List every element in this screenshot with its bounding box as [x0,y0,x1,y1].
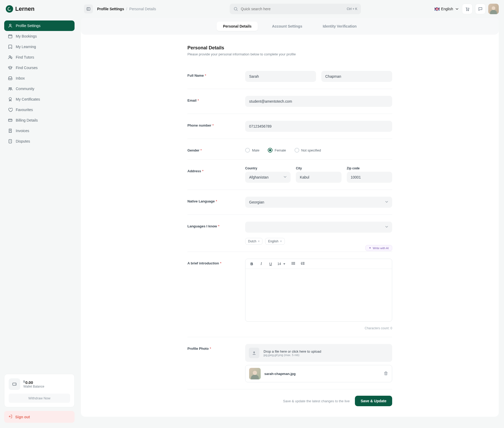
save-hint: Save & update the latest changes to the … [283,399,350,403]
book-icon [8,44,13,49]
sidebar-item-find-tutors[interactable]: Find Tutors [4,52,75,62]
last-name-input[interactable] [321,71,392,82]
chevron-down-icon [455,7,459,11]
remove-tag-icon[interactable]: × [258,239,260,243]
gender-radio-female[interactable]: Female [268,148,286,153]
withdraw-button[interactable]: Withdraw Now [9,394,70,403]
wallet-amount: $0.00 [23,380,44,385]
phone-input[interactable] [245,121,392,132]
sidebar-item-label: Disputes [16,139,30,143]
messages-button[interactable] [475,4,486,14]
svg-point-3 [9,88,10,89]
svg-point-0 [9,24,11,26]
wallet-label: Wallet Balance [23,385,44,388]
cart-icon [465,7,470,11]
ordered-list-button[interactable] [300,261,306,267]
photo-upload-dropzone[interactable]: Drop a file here or click here to upload… [245,344,392,362]
sidebar-item-inbox[interactable]: Inbox [4,73,75,83]
write-with-ai-button[interactable]: ✦ Write with AI [365,245,392,251]
delete-file-button[interactable] [384,371,388,377]
underline-button[interactable]: U [268,262,273,266]
svg-point-13 [292,262,292,263]
character-count: Characters count: 0 [245,326,392,330]
signout-icon [8,414,13,420]
svg-point-11 [466,10,467,11]
sidebar-item-find-courses[interactable]: Find Courses [4,62,75,73]
upload-hint: jpg,jpeg,gif,png (max. 5 mb) [264,353,321,357]
brand-logo[interactable]: Lernen [4,5,75,13]
uploaded-file-item: sarah-chapman.jpg [245,365,392,382]
sidebar-item-my-certificates[interactable]: My Certificates [4,94,75,105]
sidebar-item-favourites[interactable]: Favourites [4,105,75,115]
alert-icon [8,139,13,144]
signout-button[interactable]: Sign out [4,411,75,423]
sidebar-item-community[interactable]: Community [4,83,75,94]
sidebar-item-disputes[interactable]: Disputes [4,136,75,147]
tab-account-settings[interactable]: Account Settings [266,22,308,31]
wallet-box: $0.00 Wallet Balance Withdraw Now [4,374,75,407]
city-input[interactable] [296,172,341,183]
cart-button[interactable] [462,4,472,14]
sidebar-nav: Profile Settings My Bookings My Learning… [4,20,75,147]
editor-body[interactable] [245,269,392,321]
topbar: Profile Settings / Personal Details Ctrl… [79,0,504,18]
sidebar-item-my-learning[interactable]: My Learning [4,41,75,52]
rich-text-editor: B I U 14 [245,259,392,322]
languages-select[interactable] [245,222,392,233]
settings-card: Personal Details Account Settings Identi… [81,18,499,417]
remove-tag-icon[interactable]: × [280,239,282,243]
svg-point-4 [10,88,12,89]
font-size-select[interactable]: 14 [277,262,287,266]
sidebar-item-label: Profile Settings [16,24,40,28]
italic-button[interactable]: I [259,262,264,266]
sidebar-item-label: Inbox [16,76,25,80]
inbox-icon [8,76,13,81]
search-input[interactable] [241,7,344,11]
credit-card-icon [8,118,13,123]
receipt-icon [8,128,13,133]
gender-radio-unspecified[interactable]: Not specified [295,148,321,153]
sidebar-item-label: My Bookings [16,34,37,38]
tab-identity-verification[interactable]: Identity Verification [316,22,363,31]
language-switcher[interactable]: English [435,7,459,11]
sidebar-item-label: My Certificates [16,97,40,101]
zip-input[interactable] [347,172,392,183]
sidebar-toggle-button[interactable] [84,4,93,13]
sidebar-item-profile-settings[interactable]: Profile Settings [4,20,75,31]
sidebar-item-billing-details[interactable]: Billing Details [4,115,75,126]
logo-mark-icon [6,5,13,13]
first-name-input[interactable] [245,71,316,82]
svg-point-15 [292,264,292,265]
trash-icon [384,371,388,376]
tab-personal-details[interactable]: Personal Details [217,22,258,31]
user-avatar[interactable] [488,4,499,14]
native-language-select[interactable] [245,197,392,208]
label-phone: Phone number* [187,121,237,132]
sidebar-item-label: Billing Details [16,118,38,122]
gender-radio-male[interactable]: Male [245,148,259,153]
tabbar: Personal Details Account Settings Identi… [81,18,499,35]
bold-button[interactable]: B [249,262,254,266]
bullet-list-button[interactable] [291,261,296,267]
sidebar-item-label: Find Courses [16,66,38,70]
breadcrumb-current: Personal Details [129,7,156,11]
breadcrumb: Profile Settings / Personal Details [97,7,156,11]
svg-rect-6 [8,119,12,122]
sidebar-item-label: Community [16,87,34,91]
label-languages: Languages I know* [187,222,237,245]
email-input[interactable] [245,96,392,107]
save-update-button[interactable]: Save & Update [355,396,392,406]
section-title: Personal Details [187,45,392,51]
upload-instruction: Drop a file here or click here to upload [264,349,321,353]
country-select[interactable] [245,172,291,183]
sidebar-item-invoices[interactable]: Invoices [4,126,75,136]
sidebar-item-my-bookings[interactable]: My Bookings [4,31,75,41]
search-input-wrap[interactable]: Ctrl + K [230,4,361,14]
chevron-down-icon [384,225,389,230]
panel-icon [86,7,91,11]
graduation-icon [8,65,13,70]
label-native-language: Native Language* [187,197,237,208]
breadcrumb-parent[interactable]: Profile Settings [97,7,124,11]
label-gender: Gender* [187,146,237,153]
svg-point-14 [292,263,292,264]
